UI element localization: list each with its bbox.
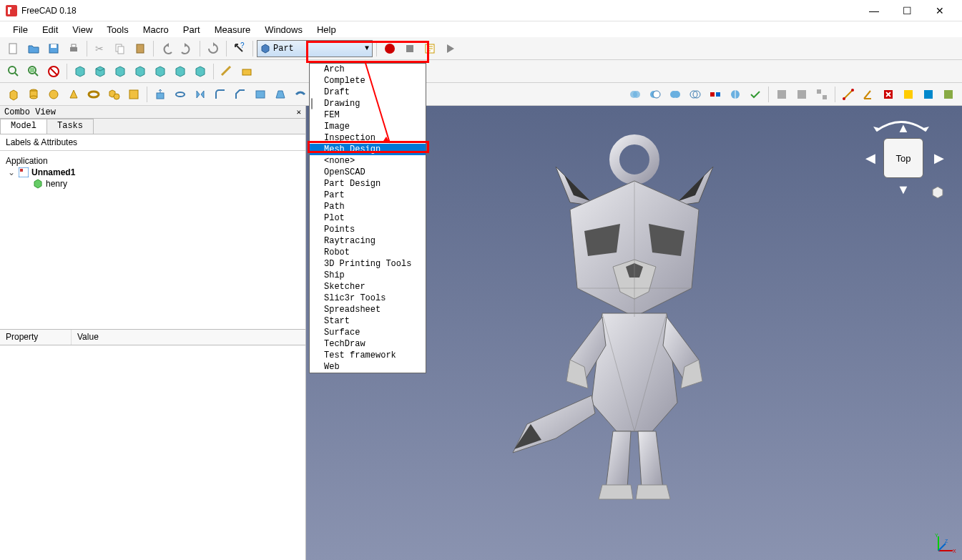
wb-item-start[interactable]: Start [310, 315, 426, 327]
wb-item-surface[interactable]: Surface [310, 327, 426, 338]
part-join-button[interactable] [706, 85, 725, 104]
part-fuse-button[interactable] [666, 85, 684, 104]
wb-item-points[interactable]: Points [310, 224, 426, 235]
part-ruled-button[interactable] [251, 85, 270, 104]
measure-clear-button[interactable] [879, 85, 898, 104]
menu-windows[interactable]: Windows [257, 23, 310, 36]
redo-button[interactable] [177, 39, 196, 58]
maximize-button[interactable]: ☐ [890, 0, 923, 21]
part-cross-button[interactable] [792, 85, 811, 104]
part-torus-button[interactable] [84, 85, 103, 104]
copy-button[interactable] [111, 39, 129, 58]
part-compound-button[interactable] [813, 85, 831, 104]
wb-item-raytracing[interactable]: Raytracing [310, 235, 426, 247]
measure-toggle-button[interactable] [899, 85, 918, 104]
part-box-button[interactable] [4, 85, 23, 104]
print-button[interactable] [64, 39, 83, 58]
wb-item-draft[interactable]: Draft [310, 87, 426, 98]
wb-item-image[interactable]: Image [310, 121, 426, 132]
view-rear-button[interactable] [151, 62, 170, 81]
part-check-button[interactable] [746, 85, 765, 104]
menu-view[interactable]: View [65, 23, 99, 36]
part-section-button[interactable] [772, 85, 791, 104]
wb-item-web[interactable]: Web [310, 361, 426, 373]
wb-item-none[interactable]: <none> [310, 155, 426, 167]
nav-up-arrow[interactable]: ▲ [896, 121, 911, 135]
new-button[interactable] [4, 39, 23, 58]
close-button[interactable]: ✕ [923, 0, 956, 21]
nav-right-arrow[interactable]: ▶ [932, 151, 946, 165]
refresh-button[interactable] [204, 39, 222, 58]
workbench-selector[interactable]: Part ▼ [257, 40, 373, 57]
workbench-dropdown[interactable]: Arch Complete Draft Drawing FEM Image In… [309, 63, 426, 373]
measure-distance-button[interactable] [217, 62, 236, 81]
view-isometric-button[interactable] [71, 62, 89, 81]
part-boolean-button[interactable] [626, 85, 644, 104]
undo-button[interactable] [157, 39, 176, 58]
cut-button[interactable]: ✂ [91, 39, 109, 58]
nav-down-arrow[interactable]: ▼ [896, 182, 911, 197]
nav-left-arrow[interactable]: ◀ [863, 151, 878, 165]
macro-edit-button[interactable] [421, 39, 439, 58]
wb-item-plot[interactable]: Plot [310, 212, 426, 224]
model-tree[interactable]: Application ⌄ Unnamed1 henry [0, 151, 305, 330]
menu-measure[interactable]: Measure [207, 23, 258, 36]
part-cone-button[interactable] [64, 85, 83, 104]
wb-item-fem[interactable]: FEM [310, 109, 426, 121]
measure-linear-button[interactable] [839, 85, 858, 104]
measure-angular-button[interactable] [859, 85, 878, 104]
zoom-fit-button[interactable] [4, 62, 23, 81]
part-split-button[interactable] [726, 85, 745, 104]
wb-item-arch[interactable]: Arch [310, 64, 426, 75]
macro-run-button[interactable] [441, 39, 459, 58]
part-common-button[interactable] [686, 85, 705, 104]
macro-record-button[interactable] [381, 39, 399, 58]
part-primitives-button[interactable] [104, 85, 123, 104]
view-top-button[interactable] [111, 62, 129, 81]
menu-macro[interactable]: Macro [136, 23, 176, 36]
part-builder-button[interactable] [124, 85, 143, 104]
tree-doc[interactable]: ⌄ Unnamed1 [6, 167, 300, 178]
part-chamfer-button[interactable] [231, 85, 250, 104]
wb-item-sketcher[interactable]: Sketcher [310, 281, 426, 293]
tab-model[interactable]: Model [0, 119, 47, 134]
draw-style-button[interactable] [44, 62, 63, 81]
part-cylinder-button[interactable] [24, 85, 43, 104]
nav-mini-cube[interactable] [931, 185, 945, 200]
open-button[interactable] [24, 39, 43, 58]
wb-item-complete[interactable]: Complete [310, 75, 426, 87]
view-front-button[interactable] [91, 62, 109, 81]
wb-item-robot[interactable]: Robot [310, 247, 426, 258]
navigation-cube[interactable]: Top ◀ ▶ ▲ ▼ [862, 117, 941, 210]
wb-item-inspection[interactable]: Inspection [310, 132, 426, 144]
part-cut-button[interactable] [646, 85, 664, 104]
paste-button[interactable] [131, 39, 149, 58]
measure-toggle3d-button[interactable] [919, 85, 938, 104]
part-sweep-button[interactable] [291, 85, 310, 104]
tab-tasks[interactable]: Tasks [46, 119, 94, 134]
wb-item-part-design[interactable]: Part Design [310, 178, 426, 190]
wb-item-techdraw[interactable]: TechDraw [310, 338, 426, 350]
wb-item-slic3r[interactable]: Slic3r Tools [310, 293, 426, 304]
view-left-button[interactable] [191, 62, 210, 81]
wb-item-drawing[interactable]: Drawing [310, 98, 426, 109]
menu-help[interactable]: Help [310, 23, 343, 36]
part-sphere-button[interactable] [44, 85, 63, 104]
part-mirror-button[interactable] [191, 85, 210, 104]
macro-stop-button[interactable] [401, 39, 419, 58]
wb-item-test[interactable]: Test framework [310, 350, 426, 361]
wb-item-3d-printing[interactable]: 3D Printing Tools [310, 258, 426, 270]
menu-file[interactable]: File [6, 23, 35, 36]
part-fillet-button[interactable] [211, 85, 230, 104]
menu-part[interactable]: Part [176, 23, 207, 36]
part-extrude-button[interactable] [237, 62, 256, 81]
wb-item-path[interactable]: Path [310, 201, 426, 212]
whatsthis-button[interactable]: ? [230, 39, 249, 58]
minimize-button[interactable]: ― [858, 0, 890, 21]
measure-delta-button[interactable] [939, 85, 958, 104]
wb-item-part[interactable]: Part [310, 190, 426, 201]
view-right-button[interactable] [131, 62, 149, 81]
wb-item-ship[interactable]: Ship [310, 270, 426, 281]
wb-item-openscad[interactable]: OpenSCAD [310, 167, 426, 178]
zoom-selection-button[interactable] [24, 62, 43, 81]
